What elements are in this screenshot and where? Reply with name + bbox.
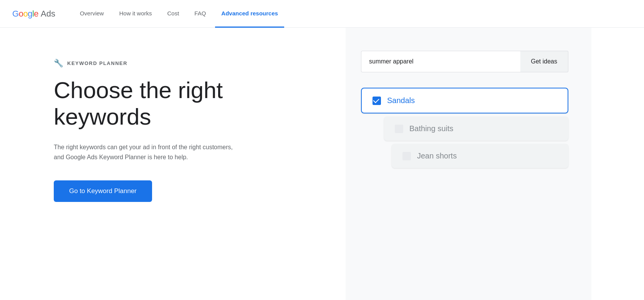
section-description: The right keywords can get your ad in fr…	[54, 142, 238, 162]
left-content: 🔧 KEYWORD PLANNER Choose the right keywo…	[0, 28, 346, 300]
main-nav: Google Ads Overview How it works Cost FA…	[0, 0, 644, 28]
right-panel: Get ideas Sandals Bathing suits Jean sho…	[346, 28, 591, 300]
checkbox-jean-shorts[interactable]	[402, 152, 411, 160]
search-input[interactable]	[361, 51, 520, 72]
nav-link-faq[interactable]: FAQ	[188, 0, 212, 28]
wrench-icon: 🔧	[54, 58, 63, 68]
keyword-label-sandals: Sandals	[387, 96, 415, 105]
google-ads-logo[interactable]: Google Ads	[12, 9, 55, 19]
nav-link-advanced-resources[interactable]: Advanced resources	[215, 0, 284, 28]
nav-link-overview[interactable]: Overview	[74, 0, 110, 28]
logo-ads-text: Ads	[41, 9, 55, 19]
keyword-cards: Sandals Bathing suits Jean shorts	[361, 88, 568, 171]
page-title: Choose the right keywords	[54, 77, 253, 130]
main-container: 🔧 KEYWORD PLANNER Choose the right keywo…	[0, 28, 644, 300]
nav-link-cost[interactable]: Cost	[161, 0, 185, 28]
keyword-label-bathing-suits: Bathing suits	[409, 124, 454, 133]
section-label: 🔧 KEYWORD PLANNER	[54, 58, 315, 68]
section-label-text: KEYWORD PLANNER	[67, 60, 127, 66]
keyword-card-sandals[interactable]: Sandals	[361, 88, 568, 113]
checkbox-sandals[interactable]	[372, 97, 381, 105]
get-ideas-button[interactable]: Get ideas	[520, 51, 568, 72]
keyword-card-jean-shorts[interactable]: Jean shorts	[392, 144, 568, 168]
go-to-keyword-planner-button[interactable]: Go to Keyword Planner	[54, 180, 152, 202]
keyword-label-jean-shorts: Jean shorts	[417, 152, 457, 160]
nav-links: Overview How it works Cost FAQ Advanced …	[74, 0, 284, 28]
search-row: Get ideas	[361, 51, 568, 72]
nav-link-how-it-works[interactable]: How it works	[113, 0, 158, 28]
checkbox-bathing-suits[interactable]	[395, 125, 403, 133]
keyword-card-bathing-suits[interactable]: Bathing suits	[384, 117, 568, 141]
